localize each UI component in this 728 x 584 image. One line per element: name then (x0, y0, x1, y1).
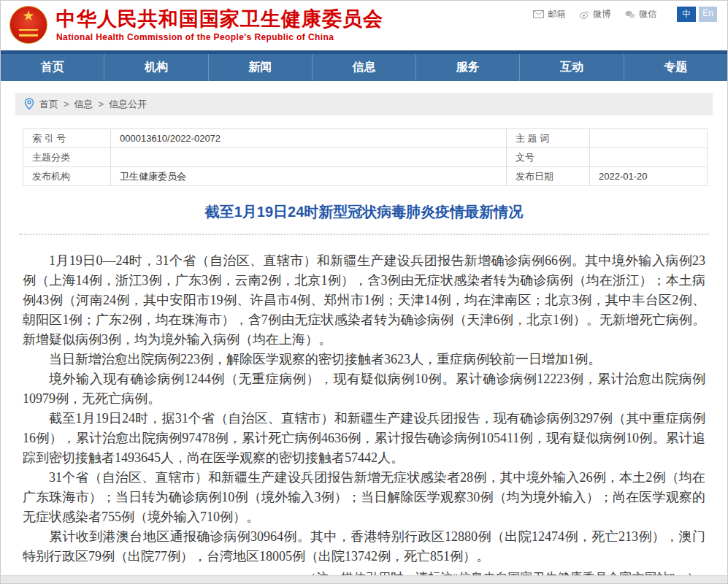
table-row: 索 引 号 000013610/2022-02072 主 题 词 (23, 129, 708, 148)
wechat-link[interactable]: 微信 (625, 8, 656, 20)
nav-item-news[interactable]: 新闻 (208, 54, 312, 81)
meta-label-index-number: 索 引 号 (23, 129, 111, 148)
email-label: 邮箱 (548, 8, 565, 20)
wechat-label: 微信 (639, 8, 656, 20)
main-nav: 首页 机构 新闻 信息 服务 互动 专题 (1, 54, 727, 81)
nav-item-topics[interactable]: 专题 (624, 54, 727, 81)
breadcrumb: 首页 > 信息 > 信息公开 (15, 93, 713, 115)
article-title: 截至1月19日24时新型冠状病毒肺炎疫情最新情况 (1, 202, 727, 222)
article-paragraph: 31个省（自治区、直辖市）和新疆生产建设兵团报告新增无症状感染者28例，其中境外… (23, 468, 705, 527)
weibo-icon (580, 10, 589, 19)
meta-value-issuing-agency: 卫生健康委员会 (111, 167, 507, 186)
breadcrumb-separator: > (64, 99, 69, 110)
article-paragraph: 境外输入现有确诊病例1244例（无重症病例），现有疑似病例10例。累计确诊病例1… (23, 369, 705, 409)
meta-value-subject-category (111, 148, 507, 167)
meta-label-issuing-agency: 发布机构 (23, 167, 111, 186)
nav-item-home[interactable]: 首页 (1, 54, 104, 81)
meta-value-publish-date: 2022-01-20 (590, 167, 708, 186)
meta-value-document-number (590, 148, 708, 167)
breadcrumb-separator: > (99, 99, 104, 110)
page-bottom-strip (1, 575, 727, 583)
nav-item-information[interactable]: 信息 (312, 54, 415, 81)
breadcrumb-information[interactable]: 信息 (74, 98, 93, 111)
article-body: 1月19日0—24时，31个省（自治区、直辖市）和新疆生产建设兵团报告新增确诊病… (23, 251, 705, 566)
site-title-zh: 中华人民共和国国家卫生健康委员会 (56, 8, 383, 30)
breadcrumb-home[interactable]: 首页 (39, 98, 58, 111)
site-title-en: National Health Commission of the People… (56, 32, 383, 42)
lang-zh-button[interactable]: 中 (677, 7, 696, 22)
national-emblem-logo: ★ (9, 6, 47, 44)
meta-value-index-number: 000013610/2022-02072 (111, 129, 507, 148)
email-link[interactable]: 邮箱 (533, 8, 565, 20)
header-quick-links: 邮箱 微博 微信 中 En (533, 7, 717, 22)
lang-en-button[interactable]: En (699, 7, 717, 22)
emblem-star-icon: ★ (10, 8, 47, 24)
meta-label-publish-date: 发布日期 (507, 167, 590, 186)
article-paragraph: 截至1月19日24时，据31个省（自治区、直辖市）和新疆生产建设兵团报告，现有确… (23, 409, 705, 468)
site-header: ★ 中华人民共和国国家卫生健康委员会 National Health Commi… (1, 1, 727, 50)
meta-label-subject-words: 主 题 词 (507, 129, 590, 148)
meta-value-subject-words (590, 129, 708, 148)
meta-label-subject-category: 主题分类 (23, 148, 111, 167)
article-paragraph: 当日新增治愈出院病例223例，解除医学观察的密切接触者3623人，重症病例较前一… (23, 350, 705, 369)
weibo-label: 微博 (593, 8, 610, 20)
emblem-gate-icon (19, 29, 38, 36)
table-row: 主题分类 文号 (23, 148, 708, 167)
location-pin-icon (24, 98, 34, 110)
nav-item-interaction[interactable]: 互动 (519, 54, 623, 81)
document-meta-table: 索 引 号 000013610/2022-02072 主 题 词 主题分类 文号… (23, 128, 708, 186)
table-row: 发布机构 卫生健康委员会 发布日期 2022-01-20 (23, 167, 708, 186)
nav-item-organization[interactable]: 机构 (104, 54, 207, 81)
wechat-icon (625, 10, 635, 19)
breadcrumb-info-disclosure[interactable]: 信息公开 (109, 98, 147, 111)
article-paragraph: 1月19日0—24时，31个省（自治区、直辖市）和新疆生产建设兵团报告新增确诊病… (23, 251, 705, 350)
meta-label-document-number: 文号 (507, 148, 590, 167)
envelope-icon (533, 10, 544, 18)
weibo-link[interactable]: 微博 (580, 8, 610, 20)
title-divider (19, 234, 709, 235)
nav-item-services[interactable]: 服务 (415, 54, 519, 81)
article-paragraph: 累计收到港澳台地区通报确诊病例30964例。其中，香港特别行政区12880例（出… (23, 527, 705, 566)
